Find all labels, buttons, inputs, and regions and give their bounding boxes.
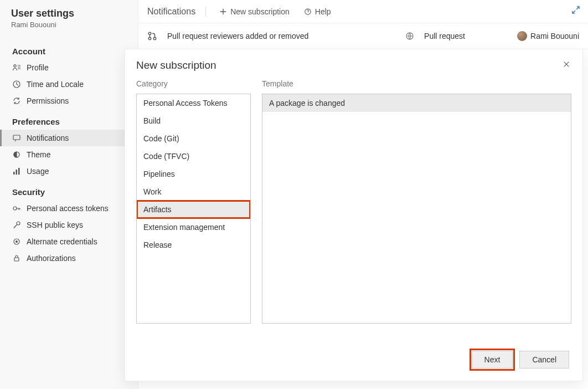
svg-point-15 <box>153 37 156 40</box>
category-item[interactable]: Personal Access Tokens <box>137 94 250 112</box>
category-item[interactable]: Code (TFVC) <box>137 147 250 165</box>
sidebar-item-permissions[interactable]: Permissions <box>0 93 138 109</box>
lock-icon <box>12 254 21 263</box>
section-heading-account: Account <box>0 39 138 59</box>
category-list: Personal Access TokensBuildCode (Git)Cod… <box>136 94 251 324</box>
new-subscription-button[interactable]: New subscription <box>215 5 294 18</box>
clock-icon <box>12 80 21 89</box>
template-label: Template <box>262 79 571 88</box>
row-user-name: Rami Bououni <box>530 32 579 40</box>
sidebar-item-label: Permissions <box>27 96 69 105</box>
toolbar-btn-label: New subscription <box>230 7 290 16</box>
svg-rect-5 <box>16 170 18 175</box>
close-button[interactable] <box>561 59 571 69</box>
help-button[interactable]: Help <box>300 5 336 18</box>
sidebar-item-label: Notifications <box>27 134 69 142</box>
sidebar-user: Rami Bououni <box>11 21 127 29</box>
theme-icon <box>12 150 21 159</box>
cancel-button[interactable]: Cancel <box>519 351 569 368</box>
sidebar-item-personal-access-tokens[interactable]: Personal access tokens <box>0 200 138 217</box>
alt-icon <box>12 237 21 246</box>
svg-point-13 <box>148 32 151 35</box>
table-row[interactable]: Pull request reviewers added or removed … <box>138 23 588 49</box>
svg-rect-6 <box>18 168 20 175</box>
section-heading-preferences: Preferences <box>0 109 138 130</box>
svg-point-0 <box>14 65 16 67</box>
toolbar-title: Notifications <box>147 7 206 17</box>
toolbar: Notifications New subscription Help <box>138 0 588 23</box>
row-description: Pull request reviewers added or removed <box>167 32 395 40</box>
sidebar-item-profile[interactable]: Profile <box>0 59 138 76</box>
pull-request-icon <box>147 31 157 41</box>
category-column: Category Personal Access TokensBuildCode… <box>136 79 251 324</box>
sidebar-item-label: Theme <box>27 150 51 159</box>
sidebar: User settings Rami Bououni Account Profi… <box>0 0 138 389</box>
avatar <box>517 31 527 41</box>
svg-point-10 <box>16 241 18 243</box>
sidebar-header: User settings Rami Bououni <box>0 8 138 39</box>
template-list: A package is changed <box>262 94 571 324</box>
category-label: Category <box>136 79 251 88</box>
row-type: Pull request <box>424 32 507 40</box>
ssh-icon <box>12 221 21 229</box>
section-heading-security: Security <box>0 180 138 200</box>
svg-point-7 <box>13 207 17 210</box>
key-icon <box>12 204 21 213</box>
sidebar-item-authorizations[interactable]: Authorizations <box>0 250 138 267</box>
expand-button[interactable] <box>571 6 580 14</box>
category-item[interactable]: Artifacts <box>137 201 250 218</box>
category-item[interactable]: Pipelines <box>137 165 250 183</box>
category-item[interactable]: Build <box>137 112 250 130</box>
page-title: User settings <box>11 8 127 19</box>
sidebar-item-ssh-keys[interactable]: SSH public keys <box>0 217 138 233</box>
person-icon <box>12 63 21 72</box>
template-item[interactable]: A package is changed <box>262 94 571 112</box>
sidebar-item-label: Time and Locale <box>27 80 84 89</box>
sidebar-item-notifications[interactable]: Notifications <box>0 130 138 146</box>
category-item[interactable]: Code (Git) <box>137 130 250 147</box>
svg-rect-2 <box>13 135 20 140</box>
globe-icon <box>405 32 414 40</box>
sidebar-item-theme[interactable]: Theme <box>0 146 138 163</box>
chat-icon <box>12 134 21 142</box>
category-item[interactable]: Release <box>137 236 250 254</box>
sidebar-item-label: Authorizations <box>27 254 76 263</box>
plus-icon <box>219 8 227 16</box>
help-icon <box>304 8 312 16</box>
category-item[interactable]: Extension management <box>137 218 250 236</box>
svg-rect-11 <box>14 258 19 261</box>
sidebar-item-label: Profile <box>27 63 49 72</box>
modal-title: New subscription <box>136 59 561 71</box>
next-button[interactable]: Next <box>472 351 513 368</box>
sidebar-item-label: Alternate credentials <box>27 237 97 246</box>
usage-icon <box>12 167 21 176</box>
sidebar-item-usage[interactable]: Usage <box>0 163 138 180</box>
sidebar-item-label: Personal access tokens <box>27 204 109 213</box>
new-subscription-modal: New subscription Category Personal Acces… <box>125 49 583 381</box>
sidebar-item-label: Usage <box>27 167 49 176</box>
sidebar-item-label: SSH public keys <box>27 221 83 229</box>
svg-point-14 <box>148 37 151 40</box>
toolbar-btn-label: Help <box>315 7 331 16</box>
row-user: Rami Bououni <box>517 31 579 41</box>
refresh-icon <box>12 96 21 105</box>
sidebar-item-alternate-credentials[interactable]: Alternate credentials <box>0 233 138 250</box>
svg-rect-4 <box>13 172 15 175</box>
category-item[interactable]: Work <box>137 183 250 201</box>
sidebar-item-time-locale[interactable]: Time and Locale <box>0 76 138 93</box>
template-column: Template A package is changed <box>262 79 571 324</box>
